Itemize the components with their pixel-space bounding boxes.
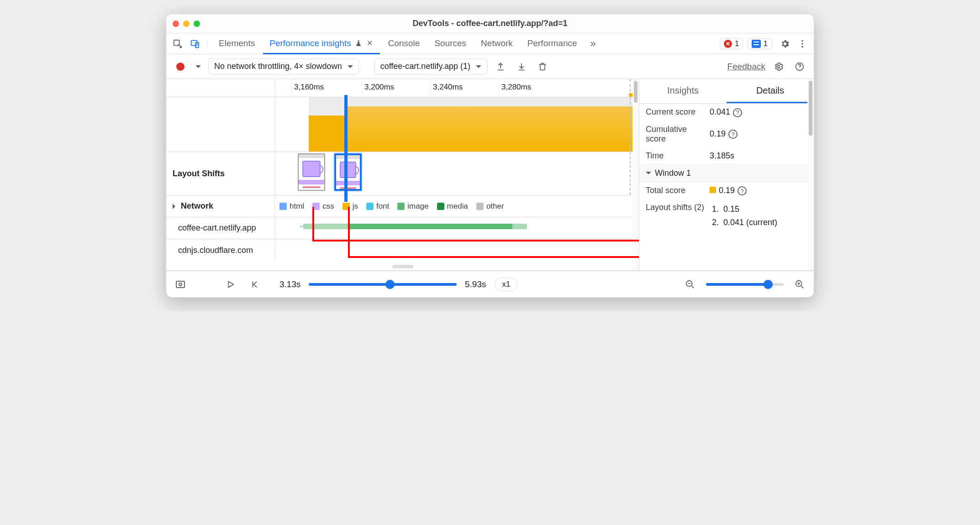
network-legend: html css js font image media other [275, 195, 639, 217]
layout-shift-thumb-2-selected[interactable] [334, 153, 362, 191]
message-icon [752, 40, 761, 48]
zoom-out-icon[interactable] [682, 277, 698, 292]
throttling-select[interactable]: No network throttling, 4× slowdown [208, 58, 359, 74]
network-row-cdnjs[interactable]: cdnjs.cloudflare.com [166, 239, 639, 261]
legend-other: other [476, 202, 504, 211]
settings-icon[interactable] [777, 36, 793, 52]
tab-performance[interactable]: Performance [521, 34, 584, 54]
tick-label: 3,160ms [294, 83, 324, 92]
layout-shifts-track[interactable] [275, 152, 639, 195]
import-icon[interactable] [514, 59, 529, 74]
tab-label: Performance insights [269, 38, 351, 48]
tab-details[interactable]: Details [727, 79, 814, 103]
kv-time: Time 3.185s [639, 147, 814, 164]
record-menu[interactable] [194, 59, 203, 74]
help-icon[interactable]: ? [733, 108, 742, 117]
svg-rect-8 [176, 281, 184, 288]
titlebar: DevTools - coffee-cart.netlify.app/?ad=1 [166, 14, 814, 33]
errors-badge[interactable]: ✕ 1 [720, 38, 743, 49]
close-tab-icon[interactable]: ✕ [366, 39, 374, 47]
window-title: DevTools - coffee-cart.netlify.app/?ad=1 [166, 19, 814, 28]
current-time-marker[interactable] [344, 95, 348, 202]
details-tabs: Insights Details [639, 79, 814, 104]
play-icon[interactable] [223, 277, 238, 292]
playback-knob[interactable] [385, 280, 395, 289]
tab-label: Elements [219, 38, 255, 48]
zoom-in-icon[interactable] [792, 277, 807, 292]
score-color-swatch [710, 187, 716, 193]
tick-label: 3,280ms [501, 83, 531, 92]
zoom-slider[interactable] [706, 283, 784, 286]
kv-cumulative-score: Cumulative score 0.19? [639, 121, 814, 147]
tab-elements[interactable]: Elements [212, 34, 261, 54]
feedback-link[interactable]: Feedback [727, 62, 765, 72]
preview-icon[interactable] [173, 277, 188, 292]
network-row-coffee-cart[interactable]: coffee-cart.netlify.app [166, 217, 639, 239]
tab-label: Performance [527, 38, 577, 48]
speed-pill[interactable]: x1 [495, 278, 518, 291]
chevron-down-icon [476, 65, 481, 71]
messages-count: 1 [764, 40, 768, 48]
window-section-header[interactable]: Window 1 [639, 164, 814, 182]
tab-console[interactable]: Console [382, 34, 427, 54]
delete-icon[interactable] [535, 59, 550, 74]
tab-performance-insights[interactable]: Performance insights ✕ [263, 34, 379, 54]
playback-end-time: 5.93s [465, 279, 486, 289]
insights-toolbar: No network throttling, 4× slowdown coffe… [166, 54, 814, 79]
tab-insights[interactable]: Insights [639, 79, 727, 103]
network-header-row: Network html css js font image media oth… [166, 195, 639, 217]
layout-shift-thumb-1[interactable] [298, 153, 325, 191]
tab-label: Network [481, 38, 513, 48]
help-icon[interactable]: ? [728, 130, 738, 139]
errors-count: 1 [735, 40, 739, 48]
throttling-value: No network throttling, 4× slowdown [214, 62, 342, 71]
playback-bar: 3.13s 5.93s x1 [166, 271, 814, 297]
playback-slider[interactable] [309, 283, 457, 286]
zoom-knob[interactable] [764, 280, 773, 289]
disclosure-triangle-icon [646, 172, 651, 177]
window-label: Window 1 [655, 168, 691, 178]
recording-value: coffee-cart.netlify.app (1) [380, 62, 470, 71]
tick-label: 3,240ms [433, 83, 463, 92]
help-icon[interactable] [792, 59, 807, 74]
legend-font: font [366, 202, 389, 211]
details-vscroll[interactable] [807, 79, 814, 270]
panel-settings-icon[interactable] [771, 59, 786, 74]
export-icon[interactable] [493, 59, 508, 74]
inspect-element-icon[interactable] [170, 36, 185, 52]
recording-select[interactable]: coffee-cart.netlify.app (1) [374, 58, 487, 74]
messages-badge[interactable]: 1 [748, 38, 772, 49]
shift-item-2[interactable]: 2. 0.041 (current) [710, 216, 777, 229]
kebab-menu-icon[interactable] [795, 36, 810, 52]
shift-value: 0.15 [723, 205, 739, 214]
shift-value: 0.041 (current) [723, 218, 777, 227]
legend-media: media [437, 202, 468, 211]
row-label-network[interactable]: Network [166, 195, 275, 217]
flask-icon [355, 40, 362, 47]
help-icon[interactable]: ? [738, 186, 747, 195]
more-tabs-icon[interactable]: » [585, 36, 601, 52]
timeline-vscroll[interactable] [632, 79, 639, 270]
skip-back-icon[interactable] [247, 277, 262, 292]
tab-label: Sources [434, 38, 466, 48]
cumulative-score-value: 0.19 [710, 129, 726, 138]
row-label-layout-shifts: Layout Shifts [166, 152, 275, 195]
svg-point-9 [179, 283, 182, 286]
kv-current-score: Current score 0.041? [639, 104, 814, 121]
tab-sources[interactable]: Sources [428, 34, 473, 54]
legend-image: image [397, 202, 428, 211]
legend-js: js [342, 202, 358, 211]
kv-total-score: Total score 0.19? [639, 182, 814, 200]
time-ruler[interactable]: 3,160ms 3,200ms 3,240ms 3,280ms [166, 79, 639, 97]
host-label: coffee-cart.netlify.app [166, 217, 275, 239]
device-toolbar-icon[interactable] [187, 36, 203, 52]
divider [207, 38, 208, 50]
flame-track[interactable] [275, 97, 639, 152]
horizontal-scrollbar[interactable] [392, 265, 413, 268]
tab-network[interactable]: Network [474, 34, 519, 54]
legend-css: css [312, 202, 334, 211]
layout-shifts-row: Layout Shifts [166, 152, 639, 195]
shift-item-1[interactable]: 1. 0.15 [710, 203, 777, 216]
tick-label: 3,200ms [364, 83, 394, 92]
record-button[interactable] [173, 59, 188, 74]
